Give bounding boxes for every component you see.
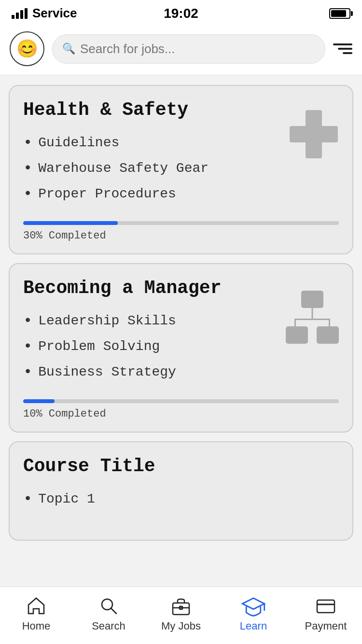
svg-rect-7 xyxy=(317,600,334,613)
progress-section-1: 30% Completed xyxy=(23,221,339,242)
course-card-generic[interactable]: Course Title Topic 1 xyxy=(9,441,353,541)
progress-label-2: 10% Completed xyxy=(23,408,106,420)
nav-item-search[interactable]: Search xyxy=(72,595,145,632)
topic-item: Topic 1 xyxy=(23,486,339,512)
filter-icon[interactable] xyxy=(333,43,352,54)
course-card-manager[interactable]: Becoming a Manager Leadership Skills Pro… xyxy=(9,263,353,433)
nav-label-my-jobs: My Jobs xyxy=(161,620,201,632)
nav-label-payment: Payment xyxy=(305,620,347,632)
progress-section-2: 10% Completed xyxy=(23,399,339,420)
battery-icon xyxy=(329,8,350,19)
course-card-health-safety[interactable]: Health & Safety Guidelines Warehouse Saf… xyxy=(9,85,353,254)
nav-label-home: Home xyxy=(22,620,51,632)
app-header: 😊 🔍 xyxy=(0,25,362,75)
carrier-name: Service xyxy=(32,6,77,21)
main-content: Health & Safety Guidelines Warehouse Saf… xyxy=(0,75,362,618)
app-logo: 😊 xyxy=(10,31,44,66)
course-title-3: Course Title xyxy=(23,456,339,476)
logo-icon: 😊 xyxy=(16,39,38,59)
signal-icon xyxy=(12,8,28,19)
progress-label-1: 30% Completed xyxy=(23,230,106,242)
svg-line-1 xyxy=(111,608,116,614)
status-bar: Service 19:02 xyxy=(0,0,362,25)
progress-bar-fill xyxy=(23,221,118,225)
battery-fill xyxy=(331,10,346,17)
learn-icon xyxy=(241,595,265,617)
payment-icon xyxy=(314,595,338,617)
topic-item: Business Strategy xyxy=(23,359,339,385)
medical-cross-icon xyxy=(290,110,338,158)
briefcase-icon xyxy=(169,595,193,617)
topic-item: Proper Procedures xyxy=(23,181,339,207)
progress-bar-bg xyxy=(23,399,339,403)
course-topics-3: Topic 1 xyxy=(23,486,339,512)
search-nav-icon xyxy=(97,595,121,617)
search-bar[interactable]: 🔍 xyxy=(52,34,325,64)
nav-item-my-jobs[interactable]: My Jobs xyxy=(145,595,217,632)
search-input[interactable] xyxy=(80,42,315,56)
nav-label-learn: Learn xyxy=(240,620,267,632)
nav-item-home[interactable]: Home xyxy=(0,595,72,632)
nav-label-search: Search xyxy=(92,620,125,632)
search-icon: 🔍 xyxy=(62,42,75,55)
nav-item-learn[interactable]: Learn xyxy=(217,595,290,632)
progress-bar-bg xyxy=(23,221,339,225)
org-chart-icon xyxy=(286,291,339,344)
status-time: 19:02 xyxy=(164,6,198,21)
carrier-signal: Service xyxy=(12,6,77,21)
bottom-navigation: Home Search My Jobs xyxy=(0,587,362,644)
home-icon xyxy=(24,595,48,617)
progress-bar-fill xyxy=(23,399,55,403)
nav-item-payment[interactable]: Payment xyxy=(290,595,362,632)
topic-item: Warehouse Safety Gear xyxy=(23,155,339,181)
